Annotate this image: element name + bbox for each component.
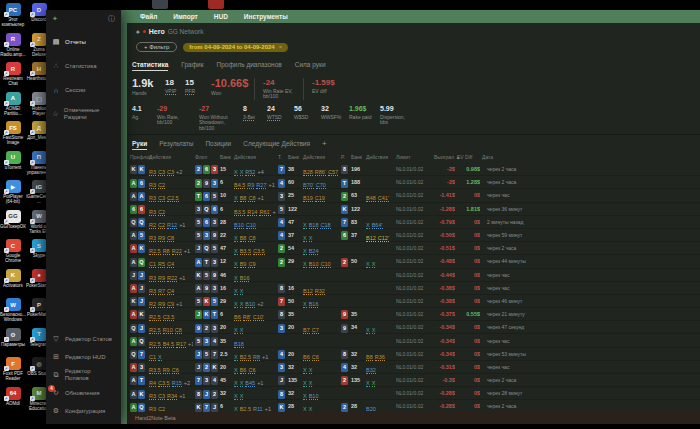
date-cell: через 2 часа (482, 377, 541, 383)
table-tab-Позиции[interactable]: Позиции (205, 140, 231, 149)
stat-label[interactable]: VPIP (165, 89, 179, 95)
action-token: C12' (378, 235, 389, 242)
tab-Сила руки[interactable]: Сила руки (295, 61, 326, 71)
menu-item-0[interactable]: Файл (132, 13, 165, 20)
stat-value: -27 (199, 105, 237, 113)
sidebar-item-Отмеченные Раздачи[interactable]: ☆Отмеченные Раздачи (46, 102, 121, 126)
desktop-icon-c1-6[interactable]: ▶↗PotPlayer (64-bit) (0, 180, 26, 204)
shortcut-arrow-icon: ↗ (4, 12, 9, 17)
card-3d: 3 (278, 324, 285, 333)
card-2h: 2 (341, 258, 348, 267)
desktop-icon-c1-8[interactable]: C↗Google Chrome (0, 239, 26, 263)
column-header-5[interactable]: Т. (278, 154, 286, 160)
app-content: ♠ Hero GG Network + Фильтр from 04-09-20… (127, 23, 700, 412)
sidebar-item-Отчеты[interactable]: ▤Отчеты (46, 30, 121, 54)
column-header-1[interactable]: Действия (149, 154, 193, 160)
menu-item-1[interactable]: Импорт (165, 13, 205, 20)
filter-row: + Фильтр from 04-09-2024 to 04-09-2024 × (136, 42, 288, 52)
desktop-icon-label: AOMEI Partitio... (0, 106, 26, 116)
table-tab-Руки[interactable]: Руки (132, 140, 147, 150)
desktop-icon-label: Foxit PDF Reader (0, 371, 26, 381)
turn-pot: 35 (288, 311, 301, 317)
stat-label[interactable]: PFR (185, 89, 205, 95)
sidebar-item-Редактор HUD[interactable]: ⊞Редактор HUD (46, 348, 121, 366)
desktop-icon-c1-9[interactable]: K↗Activators (0, 269, 26, 288)
column-header-12[interactable]: Выиграл ▲ (434, 154, 455, 160)
info-icon[interactable]: ⓘ (108, 14, 115, 24)
desktop-icon-c1-2[interactable]: R↗Restream Chat (0, 62, 26, 86)
desktop-icon-c1-3[interactable]: A↗AOMEI Partitio... (0, 92, 26, 116)
ev-diff-cell: 0$ (457, 245, 480, 251)
Доп_Мем...-icon: Д↗ (32, 121, 47, 134)
close-icon[interactable]: × (279, 44, 283, 50)
shortcut-arrow-icon: ↗ (4, 337, 9, 342)
river-cards: 9 (341, 318, 349, 336)
Сессии-icon: ∩ (52, 87, 60, 94)
table-tab-Следующие Действия[interactable]: Следующие Действия (243, 140, 310, 149)
menu-item-3[interactable]: Инструменты (236, 13, 296, 20)
desktop-icon-c1-0[interactable]: PC↗Этот компьютер (0, 3, 26, 27)
table-tab-+[interactable]: + (322, 139, 327, 150)
table-tab-Результаты[interactable]: Результаты (159, 140, 193, 149)
column-header-2[interactable]: Флоп (195, 154, 218, 160)
sidebar-item-Конфигурация[interactable]: ⚙Конфигурация (46, 402, 121, 420)
flop-pot: 15 (220, 166, 232, 172)
ev-diff-cell: 0$ (457, 351, 480, 357)
action-token: B12 (366, 235, 376, 242)
action-token: X (372, 380, 376, 387)
desktop-icon-c1-12[interactable]: F↗Foxit PDF Reader (0, 357, 26, 381)
stat-value: 8 (243, 105, 261, 113)
column-header-8[interactable]: Р. (341, 154, 349, 160)
sidebar-item-Сессии[interactable]: ∩Сессии (46, 78, 121, 102)
Отчеты-icon: ▤ (52, 38, 60, 46)
limit-cell: NL0.01/0.02 (396, 351, 432, 357)
sidebar-item-Статистика[interactable]: ∴Статистика (46, 54, 121, 78)
stat-label[interactable]: WTSD (267, 115, 288, 121)
tab-Статистика[interactable]: Статистика (132, 61, 168, 71)
desktop-icon-c1-13[interactable]: 64↗AOMdl (0, 387, 26, 406)
tab-График[interactable]: График (181, 61, 203, 71)
river-pot: 35 (351, 311, 364, 317)
ev-diff-cell: 0$ (457, 192, 480, 198)
turn-cards: 3 (278, 318, 286, 336)
river-cards: 6 (341, 226, 349, 244)
action-token: X (366, 380, 370, 387)
desktop-icon-c1-1[interactable]: R↗Online Radio.amp... (0, 33, 26, 57)
player-name[interactable]: Hero (149, 28, 165, 35)
column-header-4[interactable]: Действия (234, 154, 276, 160)
sidebar-item-label: Редактор HUD (65, 354, 106, 361)
stat-W$SD: 56W$SD (294, 105, 315, 131)
column-header-0[interactable]: Префлоп (130, 154, 147, 160)
desktop-icon-c1-5[interactable]: U↗uTorrent (0, 151, 26, 170)
desktop-icon-c1-10[interactable]: W↗Безопасно... Windows (0, 298, 26, 322)
stat-EV diff: -1.59$EV diff (303, 78, 342, 100)
turn-pot: 50 (288, 298, 301, 304)
column-header-11[interactable]: Лимит (396, 154, 432, 160)
column-header-14[interactable]: Дата (482, 154, 536, 160)
column-header-7[interactable]: Действия (303, 154, 339, 160)
limit-cell: NL0.01/0.02 (396, 377, 432, 383)
column-header-9[interactable]: Банк (351, 154, 364, 160)
column-header-13[interactable]: EV Diff (457, 154, 480, 160)
column-header-10[interactable]: Действия (366, 154, 394, 160)
sidebar-item-Обновления[interactable]: ↻4Обновления (46, 384, 121, 402)
desktop-icon-c1-7[interactable]: GG↗GGПокерОК (0, 210, 26, 229)
stat-label[interactable]: 3-Bet (243, 115, 261, 121)
desktop-icon-c1-4[interactable]: FS↗FastStone Image Viewer (0, 121, 26, 145)
river-actions: B12C12' (366, 226, 394, 244)
tab-Профиль диапазонов[interactable]: Профиль диапазонов (217, 61, 282, 71)
stat-label: Rake paid (349, 115, 374, 121)
river-pot: 32 (351, 364, 364, 370)
sidebar-item-Редактор Попапов[interactable]: ⧉Редактор Попапов (46, 366, 121, 384)
action-token: B48 (366, 195, 376, 202)
sidebar-item-Редактор Статов[interactable]: ▽Редактор Статов (46, 330, 121, 348)
date-filter-chip[interactable]: from 04-09-2024 to 04-09-2024 × (183, 43, 288, 52)
FastStone Image Viewer-icon: FS↗ (6, 121, 21, 134)
column-header-6[interactable]: Банк (288, 154, 301, 160)
desktop-icon-c1-11[interactable]: ⚙↗Параметры (0, 328, 26, 347)
menu-item-2[interactable]: HUD (206, 13, 236, 20)
column-header-3[interactable]: Банк (220, 154, 232, 160)
add-filter-button[interactable]: + Фильтр (136, 42, 177, 52)
stat-label: Won Without Showdown, bb/100 (199, 115, 237, 132)
turn-pot: 135 (288, 377, 301, 383)
